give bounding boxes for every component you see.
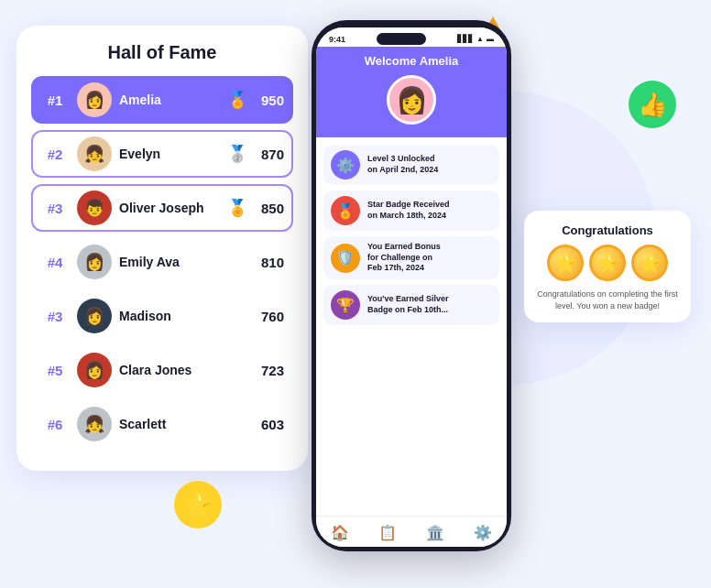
star-coin-2: ⭐ bbox=[589, 245, 626, 281]
rank-badge-3: #3 bbox=[40, 201, 70, 216]
avatar-7: 👧 bbox=[77, 407, 112, 441]
score-7: 603 bbox=[253, 417, 284, 432]
wifi-icon: ▲ bbox=[476, 35, 484, 43]
thumbs-up-icon: 👍 bbox=[629, 81, 676, 128]
rank-badge-6: #5 bbox=[40, 363, 70, 378]
score-2: 870 bbox=[253, 147, 284, 162]
nav-home[interactable]: 🏠 bbox=[331, 524, 349, 541]
name-5: Madison bbox=[119, 309, 253, 323]
nav-settings[interactable]: ⚙️ bbox=[474, 524, 492, 541]
nav-leaderboard[interactable]: 🏛️ bbox=[426, 524, 444, 541]
phone-header: Welcome Amelia 👩 bbox=[316, 47, 507, 137]
user-avatar: 👩 bbox=[387, 75, 436, 125]
hof-row-5[interactable]: #3 👩 Madison 760 bbox=[31, 292, 293, 340]
congrats-stars: ⭐ ⭐ ⭐ bbox=[535, 245, 680, 281]
feed-icon-0: ⚙️ bbox=[331, 150, 360, 180]
phone-nav: 🏠 📋 🏛️ ⚙️ bbox=[316, 516, 507, 547]
phone-notch bbox=[377, 33, 426, 45]
phone-status-icons: ▋▋▋ ▲ ▬ bbox=[457, 35, 494, 43]
feed-item-0[interactable]: ⚙️ Level 3 Unlockedon April 2nd, 2024 bbox=[323, 145, 499, 185]
score-6: 723 bbox=[253, 363, 284, 378]
avatar-2: 👧 bbox=[77, 136, 112, 171]
phone-feed: ⚙️ Level 3 Unlockedon April 2nd, 2024 🏅 … bbox=[316, 137, 507, 516]
medal-1: 🏅 bbox=[227, 90, 247, 110]
rank-badge-5: #3 bbox=[40, 309, 70, 324]
name-7: Scarlett bbox=[119, 417, 253, 431]
rank-badge-2: #2 bbox=[40, 147, 70, 162]
score-3: 850 bbox=[253, 201, 284, 216]
phone-screen: 9:41 ▋▋▋ ▲ ▬ Welcome Amelia 👩 ⚙️ Level 3… bbox=[316, 27, 507, 547]
welcome-text: Welcome Amelia bbox=[365, 54, 459, 68]
phone-time: 9:41 bbox=[329, 35, 345, 44]
hof-row-1[interactable]: #1 👩 Amelia 🏅 950 bbox=[31, 76, 293, 124]
phone-status-bar: 9:41 ▋▋▋ ▲ ▬ bbox=[316, 27, 507, 47]
score-4: 810 bbox=[253, 255, 284, 270]
avatar-3: 👦 bbox=[77, 191, 112, 225]
avatar-5: 👩 bbox=[77, 299, 112, 333]
hof-title: Hall of Fame bbox=[31, 42, 293, 63]
congrats-description: Congratulations on completing the first … bbox=[535, 289, 680, 311]
feed-item-1[interactable]: 🏅 Star Badge Receivedon March 18th, 2024 bbox=[323, 191, 499, 231]
medal-2: 🥈 bbox=[227, 144, 247, 164]
feed-item-3[interactable]: 🏆 You've Earned SilverBadge on Feb 10th.… bbox=[323, 285, 499, 325]
rank-badge-1: #1 bbox=[40, 93, 70, 108]
avatar-4: 👩 bbox=[77, 245, 112, 279]
name-4: Emily Ava bbox=[119, 255, 253, 269]
score-5: 760 bbox=[253, 309, 284, 324]
star-icon: ⭐ bbox=[174, 481, 222, 528]
hof-row-6[interactable]: #5 👩 Clara Jones 723 bbox=[31, 346, 293, 394]
feed-text-0: Level 3 Unlockedon April 2nd, 2024 bbox=[367, 154, 438, 175]
rank-badge-4: #4 bbox=[40, 255, 70, 270]
feed-icon-2: 🛡️ bbox=[331, 244, 360, 273]
battery-icon: ▬ bbox=[487, 35, 494, 43]
name-1: Amelia bbox=[119, 93, 227, 107]
medal-3: 🏅 bbox=[227, 198, 247, 218]
star-coin-1: ⭐ bbox=[547, 245, 584, 281]
hof-row-4[interactable]: #4 👩 Emily Ava 810 bbox=[31, 238, 293, 286]
avatar-1: 👩 bbox=[77, 82, 112, 117]
feed-text-3: You've Earned SilverBadge on Feb 10th... bbox=[367, 294, 449, 315]
hof-row-7[interactable]: #6 👧 Scarlett 603 bbox=[31, 400, 293, 448]
name-2: Evelyn bbox=[119, 147, 227, 161]
signal-icon: ▋▋▋ bbox=[457, 35, 474, 43]
congrats-title: Congratulations bbox=[535, 223, 680, 237]
name-3: Oliver Joseph bbox=[119, 201, 227, 215]
phone-mockup: 9:41 ▋▋▋ ▲ ▬ Welcome Amelia 👩 ⚙️ Level 3… bbox=[312, 20, 511, 551]
name-6: Clara Jones bbox=[119, 363, 253, 377]
hof-row-2[interactable]: #2 👧 Evelyn 🥈 870 bbox=[31, 130, 293, 178]
feed-icon-1: 🏅 bbox=[331, 196, 360, 225]
star-coin-3: ⭐ bbox=[631, 245, 668, 281]
nav-list[interactable]: 📋 bbox=[378, 524, 397, 541]
hof-row-3[interactable]: #3 👦 Oliver Joseph 🏅 850 bbox=[31, 184, 293, 232]
rank-badge-7: #6 bbox=[40, 417, 70, 432]
hall-of-fame-card: Hall of Fame #1 👩 Amelia 🏅 950 #2 👧 Evel… bbox=[16, 26, 308, 471]
avatar-6: 👩 bbox=[77, 353, 112, 387]
feed-text-1: Star Badge Receivedon March 18th, 2024 bbox=[367, 200, 450, 221]
score-1: 950 bbox=[253, 93, 284, 108]
feed-text-2: You Earned Bonusfor Challenge onFeb 17th… bbox=[367, 242, 441, 274]
feed-icon-3: 🏆 bbox=[331, 290, 360, 320]
congratulations-card: Congratulations ⭐ ⭐ ⭐ Congratulations on… bbox=[524, 211, 691, 322]
feed-item-2[interactable]: 🛡️ You Earned Bonusfor Challenge onFeb 1… bbox=[323, 236, 499, 279]
